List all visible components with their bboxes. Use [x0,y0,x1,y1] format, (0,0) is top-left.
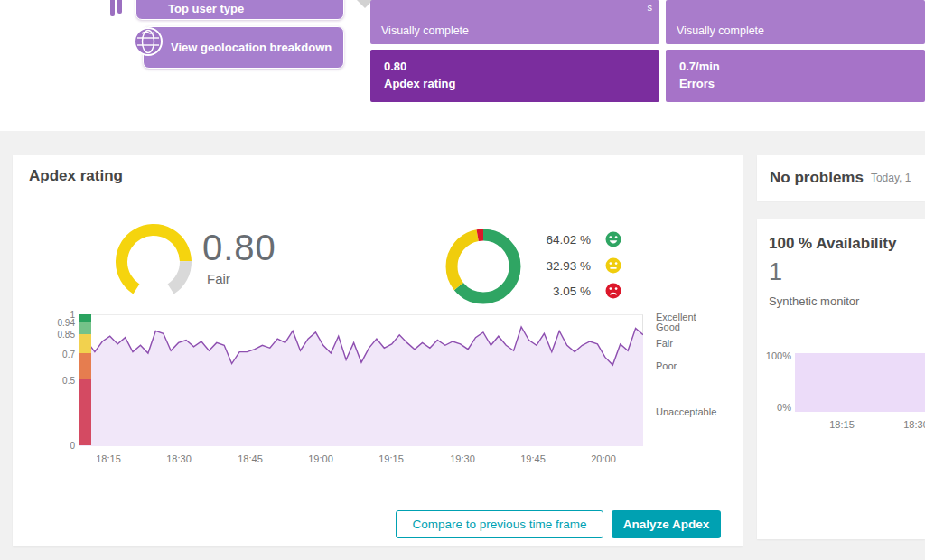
apdex-rating-panel: Apdex rating 0.80 Fair 64.02 % 32.93 % 3… [13,155,743,546]
tile-unit: s [648,2,653,13]
band-good [79,322,91,334]
top-user-type-button[interactable]: Top user type [135,0,344,20]
legend-value-frustrated: 3.05 % [500,285,591,298]
analyze-button-label: Analyze Apdex [623,518,710,531]
apdex-gauge-value: 0.80 [202,228,276,268]
x-tick-label: 18:30 [152,453,206,464]
neutral-face-icon [605,257,621,274]
availability-y-label-100: 100% [757,350,791,361]
bar-chart-icon [110,0,123,18]
tile-visually-complete-2[interactable]: Visually complete [666,0,925,44]
problems-row: No problems Today, 1 [770,155,911,201]
band-poor [79,353,91,379]
globe-icon [133,26,164,57]
tile-label: Errors [679,77,715,90]
availability-chart-area [795,353,925,412]
legend-value-satisfied: 64.02 % [500,233,591,247]
tile-apdex-rating[interactable]: 0.80 Apdex rating [370,50,659,102]
availability-x-label-1815: 18:15 [815,419,869,430]
x-tick-label: 19:00 [294,453,348,464]
compare-button-label: Compare to previous time frame [413,518,587,531]
y-tick-label: 0 [13,441,75,451]
availability-panel[interactable]: 100 % Availability 1 Synthetic monitor 1… [757,219,925,539]
problems-panel[interactable]: No problems Today, 1 [757,155,925,201]
happy-face-icon [605,231,621,247]
top-user-type-label: Top user type [168,2,244,15]
view-geolocation-label: View geolocation breakdown [171,41,332,54]
tile-label: Visually complete [381,24,469,37]
tile-value: 0.80 [384,60,406,73]
band-unacceptable [79,379,91,445]
tile-visually-complete-1[interactable]: s Visually complete [370,0,659,44]
band-fair [79,334,91,354]
y-tick-label: 0.85 [13,330,75,340]
x-tick-label: 18:15 [81,453,135,464]
problems-timeframe: Today, 1 [871,172,911,184]
availability-title: 100 % Availability [769,235,896,253]
rating-band-label: Fair [656,338,673,349]
y-tick-label: 0.5 [13,376,75,386]
tile-label: Apdex rating [384,77,455,90]
panel-title: Apdex rating [29,167,123,185]
dashboard: { "colors": { "accent_teal": "#00a1b2", … [0,0,925,560]
compare-previous-timeframe-button[interactable]: Compare to previous time frame [396,510,603,538]
x-tick-label: 19:15 [364,453,418,464]
availability-x-label-1830: 18:30 [889,419,925,430]
monitor-count: 1 [769,258,782,286]
analyze-apdex-button[interactable]: Analyze Apdex [612,510,721,538]
availability-y-label-0: 0% [757,402,791,413]
x-tick-label: 20:00 [576,453,631,464]
x-tick-label: 18:45 [223,453,277,464]
apdex-trend-chart[interactable] [79,314,643,445]
problems-title: No problems [770,169,864,187]
apdex-threshold-band [79,314,91,445]
apdex-gauge-rating: Fair [207,271,230,286]
rating-band-label: Poor [656,360,677,371]
x-tick-label: 19:30 [435,453,490,464]
y-tick-label: 0.94 [13,318,75,328]
apdex-gauge [114,222,193,302]
tile-value: 0.7/min [679,60,720,73]
band-excellent [79,314,91,322]
tile-label: Visually complete [677,24,764,37]
rating-band-label: Unacceptable [656,406,716,417]
legend-value-tolerating: 32.93 % [500,259,591,273]
x-tick-label: 19:45 [506,453,560,464]
monitor-count-label: Synthetic monitor [769,294,859,308]
apdex-trend-svg [79,315,643,446]
sad-face-icon [605,283,621,299]
rating-band-label: Good [656,322,680,332]
tile-errors[interactable]: 0.7/min Errors [666,50,925,102]
kpi-strip: Top user type View geolocation breakdown… [0,0,925,131]
y-tick-label: 0.7 [13,350,75,359]
view-geolocation-button[interactable]: View geolocation breakdown [143,26,344,69]
